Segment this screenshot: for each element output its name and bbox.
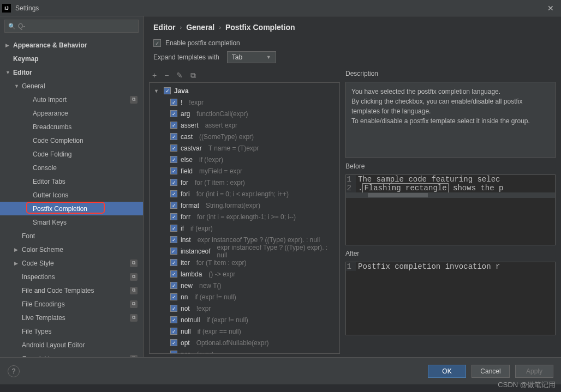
sidebar-item-file-types[interactable]: File Types bbox=[0, 324, 143, 338]
template-name: fori bbox=[181, 190, 190, 198]
window-title: Settings bbox=[15, 4, 542, 12]
template-group-java[interactable]: ▼Java bbox=[151, 85, 338, 97]
template-checkbox[interactable] bbox=[170, 122, 177, 129]
template-name: field bbox=[181, 167, 193, 175]
sidebar-item-console[interactable]: Console bbox=[0, 161, 143, 174]
template-checkbox[interactable] bbox=[170, 293, 177, 300]
template-item-for[interactable]: forfor (T item : expr) bbox=[151, 177, 338, 188]
apply-button[interactable]: Apply bbox=[515, 365, 553, 378]
sidebar-item-auto-import[interactable]: Auto Import⧉ bbox=[0, 93, 143, 106]
sidebar-item-inspections[interactable]: Inspections⧉ bbox=[0, 270, 143, 284]
sidebar-item-general[interactable]: ▼General bbox=[0, 79, 143, 93]
template-name: forr bbox=[181, 213, 190, 221]
template-checkbox[interactable] bbox=[170, 179, 177, 186]
template-name: arg bbox=[181, 110, 190, 118]
template-item-opt[interactable]: optOptional.ofNullable(expr) bbox=[151, 337, 338, 348]
template-checkbox[interactable] bbox=[170, 110, 177, 117]
template-item-assert[interactable]: assertassert expr bbox=[151, 119, 338, 131]
template-item-nn[interactable]: nnif (expr != null) bbox=[151, 291, 338, 303]
add-icon[interactable]: + bbox=[152, 71, 157, 80]
template-item-fori[interactable]: forifor (int i = 0; i < expr.length; i++… bbox=[151, 188, 338, 200]
edit-icon[interactable]: ✎ bbox=[176, 71, 183, 80]
template-checkbox[interactable] bbox=[170, 339, 177, 346]
settings-tree[interactable]: ▶Appearance & BehaviorKeymap▼Editor▼Gene… bbox=[0, 36, 143, 357]
template-checkbox[interactable] bbox=[170, 133, 177, 140]
template-name: if bbox=[181, 225, 184, 232]
template-name: assert bbox=[181, 122, 199, 129]
template-checkbox[interactable] bbox=[170, 167, 177, 174]
sidebar-item-android-layout-editor[interactable]: Android Layout Editor bbox=[0, 338, 143, 352]
expand-dropdown[interactable]: Tab ▼ bbox=[227, 51, 276, 63]
sidebar-item-smart-keys[interactable]: Smart Keys bbox=[0, 215, 143, 229]
template-item-forr[interactable]: forrfor (int i = expr.length-1; i >= 0; … bbox=[151, 211, 338, 222]
sidebar-item-live-templates[interactable]: Live Templates⧉ bbox=[0, 311, 143, 324]
search-input[interactable]: 🔍 Q- bbox=[4, 20, 139, 33]
template-item-if[interactable]: ifif (expr) bbox=[151, 222, 338, 234]
sidebar-item-editor-tabs[interactable]: Editor Tabs bbox=[0, 174, 143, 188]
sidebar-item-font[interactable]: Font bbox=[0, 229, 143, 243]
cancel-button[interactable]: Cancel bbox=[472, 365, 510, 378]
template-item--[interactable]: !!expr bbox=[151, 97, 338, 108]
sidebar-item-breadcrumbs[interactable]: Breadcrumbs bbox=[0, 120, 143, 134]
remove-icon[interactable]: − bbox=[164, 71, 169, 80]
template-desc: if (expr) bbox=[190, 225, 213, 232]
template-checkbox[interactable] bbox=[170, 328, 177, 335]
sidebar-item-file-and-code-templates[interactable]: File and Code Templates⧉ bbox=[0, 284, 143, 297]
crumb-editor[interactable]: Editor bbox=[153, 23, 175, 32]
sidebar-item-appearance-behavior[interactable]: ▶Appearance & Behavior bbox=[0, 38, 143, 52]
template-checkbox[interactable] bbox=[170, 316, 177, 323]
template-checkbox[interactable] bbox=[170, 213, 177, 220]
template-checkbox[interactable] bbox=[170, 236, 177, 243]
sidebar-item-postfix-completion[interactable]: Postfix Completion bbox=[0, 202, 143, 215]
sidebar-item-color-scheme[interactable]: ▶Color Scheme bbox=[0, 243, 143, 256]
sidebar-item-file-encodings[interactable]: File Encodings⧉ bbox=[0, 297, 143, 311]
help-icon[interactable]: ? bbox=[8, 365, 20, 377]
enable-checkbox[interactable] bbox=[153, 39, 161, 47]
template-checkbox[interactable] bbox=[170, 156, 177, 163]
template-item-par[interactable]: par(expr) bbox=[151, 348, 338, 354]
template-item-lambda[interactable]: lambda() -> expr bbox=[151, 268, 338, 280]
template-name: format bbox=[181, 202, 199, 209]
template-checkbox[interactable] bbox=[170, 225, 177, 232]
sidebar-item-keymap[interactable]: Keymap bbox=[0, 52, 143, 65]
after-heading: After bbox=[345, 249, 556, 258]
template-checkbox[interactable] bbox=[170, 351, 177, 354]
ok-button[interactable]: OK bbox=[428, 365, 466, 378]
template-item-new[interactable]: newnew T() bbox=[151, 280, 338, 291]
template-checkbox[interactable] bbox=[170, 190, 177, 197]
sidebar-item-appearance[interactable]: Appearance bbox=[0, 106, 143, 120]
copy-icon[interactable]: ⧉ bbox=[190, 71, 196, 80]
template-item-not[interactable]: not!expr bbox=[151, 303, 338, 314]
crumb-general[interactable]: General bbox=[186, 23, 214, 32]
template-item-format[interactable]: formatString.format(expr) bbox=[151, 200, 338, 211]
templates-list[interactable]: ▼Java!!exprargfunctionCall(expr)assertas… bbox=[149, 82, 340, 354]
template-checkbox[interactable] bbox=[170, 305, 177, 312]
template-checkbox[interactable] bbox=[170, 99, 177, 106]
sidebar-item-code-folding[interactable]: Code Folding bbox=[0, 147, 143, 161]
template-item-null[interactable]: nullif (expr == null) bbox=[151, 325, 338, 337]
sidebar-item-label: Copyright bbox=[22, 355, 130, 358]
sidebar-item-editor[interactable]: ▼Editor bbox=[0, 65, 143, 79]
close-icon[interactable]: ✕ bbox=[542, 4, 559, 13]
before-scrollbar[interactable] bbox=[346, 192, 555, 198]
template-checkbox[interactable] bbox=[170, 144, 177, 152]
template-item-castvar[interactable]: castvarT name = (T)expr bbox=[151, 142, 338, 154]
sidebar-item-copyright[interactable]: ▶Copyright⧉ bbox=[0, 352, 143, 357]
template-checkbox[interactable] bbox=[170, 259, 177, 266]
template-item-field[interactable]: fieldmyField = expr bbox=[151, 165, 338, 177]
desc-line: You have selected the postfix completion… bbox=[351, 87, 550, 97]
sidebar-item-gutter-icons[interactable]: Gutter Icons bbox=[0, 188, 143, 202]
template-item-cast[interactable]: cast((SomeType) expr) bbox=[151, 131, 338, 142]
template-checkbox[interactable] bbox=[170, 282, 177, 289]
template-checkbox[interactable] bbox=[170, 248, 177, 255]
template-checkbox[interactable] bbox=[170, 270, 177, 278]
template-item-else[interactable]: elseif (!expr) bbox=[151, 154, 338, 165]
group-checkbox[interactable] bbox=[164, 87, 171, 94]
template-checkbox[interactable] bbox=[170, 202, 177, 209]
sidebar-item-code-style[interactable]: ▶Code Style⧉ bbox=[0, 256, 143, 270]
template-item-arg[interactable]: argfunctionCall(expr) bbox=[151, 108, 338, 119]
template-item-notnull[interactable]: notnullif (expr != null) bbox=[151, 314, 338, 325]
sidebar-item-code-completion[interactable]: Code Completion bbox=[0, 134, 143, 147]
template-item-instanceof[interactable]: instanceofexpr instanceof Type ? ((Type)… bbox=[151, 245, 338, 257]
before-panel: 1 The sample code featuring selec 2 .Fla… bbox=[345, 174, 556, 245]
